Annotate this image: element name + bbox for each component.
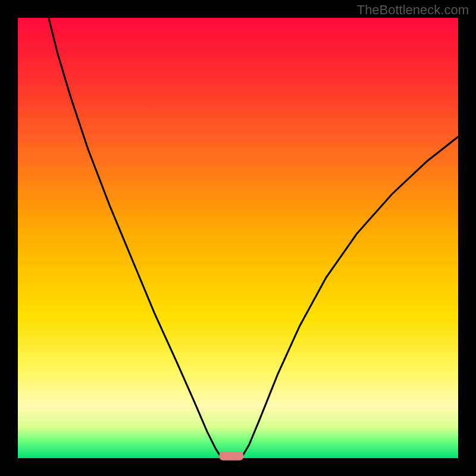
plot-background [18,18,458,458]
bottleneck-chart [0,0,476,476]
chart-container: TheBottleneck.com [0,0,476,476]
bottleneck-marker [220,452,244,461]
watermark-text: TheBottleneck.com [357,2,469,18]
